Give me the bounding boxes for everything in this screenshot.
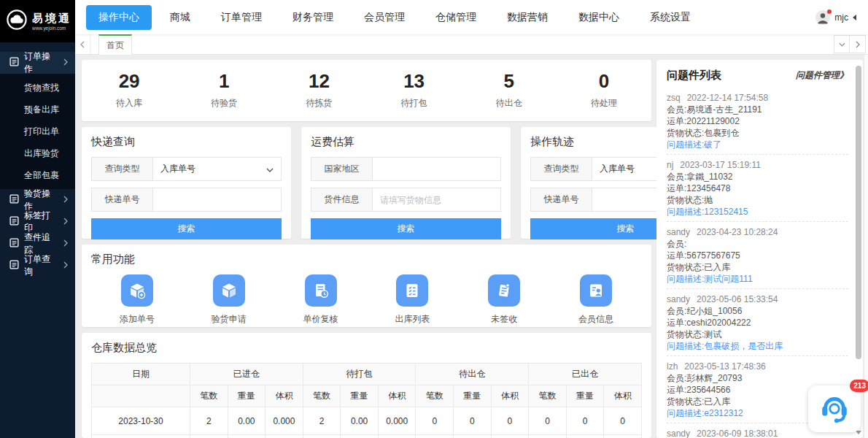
tab-home[interactable]: 首页 bbox=[98, 34, 132, 55]
tab-scroll-left-button[interactable] bbox=[75, 34, 90, 54]
sub-header: 笔数 bbox=[190, 385, 228, 407]
warehouse-table: 日期 已进仓 待打包 待出仓 已出仓 笔数 重量 体积 笔数 重量 bbox=[91, 363, 642, 438]
stat-label: 待验货 bbox=[177, 97, 271, 110]
sidebar-item-all-packages[interactable]: 全部包裹 bbox=[0, 164, 75, 186]
nav-tab-operation-center[interactable]: 操作中心 bbox=[86, 5, 152, 30]
sidebar-item-prepare-outbound[interactable]: 预备出库 bbox=[0, 99, 75, 120]
problem-time: 2023-05-13 17:48:36 bbox=[684, 361, 765, 372]
problem-item: nj2023-03-17 15:19:11 会员:拿鐵_11032 运单:123… bbox=[667, 159, 848, 222]
cell: 0 bbox=[566, 407, 604, 435]
country-input[interactable] bbox=[373, 158, 500, 180]
quick-unsigned[interactable]: 未签收 bbox=[458, 274, 550, 326]
stat-label: 待出仓 bbox=[462, 97, 557, 110]
sidebar-item-cargo-search[interactable]: 货物查找 bbox=[0, 77, 75, 99]
express-no-input[interactable] bbox=[153, 188, 281, 211]
nav-tab-member-mgmt[interactable]: 会员管理 bbox=[364, 11, 405, 24]
problem-desc-link[interactable]: 问题描述:包裹破损，是否出库 bbox=[667, 340, 848, 352]
stat-pending-outbound[interactable]: 5 待出仓 bbox=[462, 72, 557, 110]
brand-name: 易境通 bbox=[32, 12, 71, 26]
problem-item: zsq2022-12-14 17:54:58 会员:易境通-古生_21191 运… bbox=[667, 92, 848, 155]
username: mjc bbox=[834, 12, 848, 23]
quick-member-info[interactable]: 会员信息 bbox=[550, 274, 642, 326]
express-no-label: 快递单号 bbox=[92, 188, 153, 211]
quick-price-review[interactable]: 单价复核 bbox=[275, 274, 367, 326]
sub-header: 体积 bbox=[604, 385, 642, 407]
cell: 0 bbox=[604, 407, 642, 435]
chevron-right-icon bbox=[63, 195, 68, 205]
nav-tab-data-marketing[interactable]: 数据营销 bbox=[507, 11, 548, 24]
problem-desc-link[interactable]: 问题描述:测试问题111 bbox=[667, 273, 848, 285]
warehouse-overview-card: 仓库数据总览 日期 已进仓 待打包 待出仓 已出仓 笔数 bbox=[82, 333, 651, 438]
scrollbar-thumb[interactable] bbox=[856, 66, 861, 359]
stat-value: 13 bbox=[367, 72, 462, 91]
brand-logo[interactable]: 易境通 www.yejoin.com bbox=[0, 0, 75, 42]
problem-member: 会员:纪小姐_10056 bbox=[667, 305, 848, 317]
sidebar-item-print-order[interactable]: 打印出单 bbox=[0, 120, 75, 142]
user-menu[interactable]: mjc bbox=[815, 10, 856, 25]
cell: 0.000 bbox=[378, 407, 416, 435]
tab-dropdown-button[interactable] bbox=[834, 35, 850, 53]
query-type-value: 入库单号 bbox=[160, 163, 195, 175]
quick-label: 未签收 bbox=[491, 313, 517, 326]
cell: 0 bbox=[529, 407, 567, 435]
sub-header: 笔数 bbox=[416, 385, 454, 407]
member-card-icon bbox=[580, 274, 612, 307]
express-search-button[interactable]: 搜索 bbox=[91, 218, 282, 239]
quick-outbound-list[interactable]: 出库列表 bbox=[366, 274, 458, 326]
nav-tab-data-center[interactable]: 数据中心 bbox=[578, 11, 619, 24]
problem-time: 2023-04-23 10:28:24 bbox=[697, 227, 778, 237]
problem-user: sandy bbox=[667, 294, 690, 304]
nav-tab-order-mgmt[interactable]: 订单管理 bbox=[221, 11, 262, 24]
problem-desc-link[interactable]: 问题描述:破了 bbox=[667, 139, 848, 150]
sidebar-group-order-ops[interactable]: 订单操作 bbox=[0, 52, 75, 74]
problem-member: 会员:彭林辉_20793 bbox=[667, 372, 848, 384]
quick-inspect-apply[interactable]: 验货申请 bbox=[183, 274, 275, 326]
tab-scroll-right-button[interactable] bbox=[850, 35, 866, 53]
problem-user: nj bbox=[667, 160, 673, 170]
panel-title: 运费估算 bbox=[311, 135, 501, 149]
stat-pending-pack[interactable]: 13 待打包 bbox=[367, 72, 462, 110]
problems-manage-link[interactable]: 问题件管理》 bbox=[796, 69, 848, 82]
quick-label: 出库列表 bbox=[395, 313, 430, 326]
customer-service-widget[interactable]: 213 bbox=[808, 385, 861, 432]
cell: 0.00 bbox=[341, 407, 379, 435]
nav-tab-finance-mgmt[interactable]: 财务管理 bbox=[292, 11, 333, 24]
problem-time: 2023-06-09 18:38:01 bbox=[697, 429, 778, 438]
quick-label: 会员信息 bbox=[578, 313, 613, 326]
sidebar-group-order-query[interactable]: 订单查询 bbox=[0, 255, 75, 277]
freight-search-button[interactable]: 搜索 bbox=[311, 218, 501, 239]
sidebar-item-outbound-inspect[interactable]: 出库验货 bbox=[0, 142, 75, 164]
sub-header: 体积 bbox=[378, 385, 416, 407]
problem-member: 会员:拿鐵_11032 bbox=[667, 171, 848, 182]
stat-pending-pick[interactable]: 12 待拣货 bbox=[271, 72, 366, 110]
sidebar-group-label-print[interactable]: 标签打印 bbox=[0, 211, 75, 233]
problem-time: 2023-05-06 15:33:54 bbox=[697, 294, 778, 304]
express-no-label: 快递单号 bbox=[531, 188, 592, 211]
cell: 0.000 bbox=[266, 407, 303, 435]
stat-pending-inbound[interactable]: 29 待入库 bbox=[82, 72, 177, 110]
col-group-inbound: 已进仓 bbox=[190, 364, 303, 385]
tab-controls bbox=[834, 34, 868, 54]
problem-waybill: 运单:ceshi202004222 bbox=[667, 317, 848, 328]
scroll-down-arrow-icon[interactable] bbox=[856, 431, 861, 434]
sub-header: 重量 bbox=[228, 385, 266, 407]
nav-tab-warehouse-mgmt[interactable]: 仓储管理 bbox=[435, 11, 476, 24]
sidebar-group-inspect-ops[interactable]: 验货操作 bbox=[0, 189, 75, 211]
cargo-info-input[interactable] bbox=[373, 188, 500, 211]
nav-tab-system-settings[interactable]: 系统设置 bbox=[650, 11, 691, 24]
problem-desc-link[interactable]: 问题描述:123152415 bbox=[667, 206, 848, 218]
problem-user: sandy bbox=[667, 429, 690, 438]
brand-text: 易境通 www.yejoin.com bbox=[32, 12, 71, 31]
cell: 0 bbox=[416, 407, 454, 435]
user-caret-icon bbox=[853, 15, 856, 20]
doc-icon bbox=[9, 238, 19, 250]
stat-pending-inspect[interactable]: 1 待验货 bbox=[177, 72, 271, 110]
query-type-select[interactable]: 入库单号 bbox=[153, 158, 281, 180]
stat-pending-process[interactable]: 0 待处理 bbox=[557, 72, 651, 110]
problem-user: zsq bbox=[667, 93, 681, 103]
nav-tab-mall[interactable]: 商城 bbox=[170, 11, 190, 24]
sidebar-group-parcel-track[interactable]: 查件追踪 bbox=[0, 233, 75, 255]
quick-label: 单价复核 bbox=[303, 313, 338, 326]
sub-header: 重量 bbox=[566, 385, 604, 407]
quick-add-tracking[interactable]: 添加单号 bbox=[91, 274, 183, 326]
